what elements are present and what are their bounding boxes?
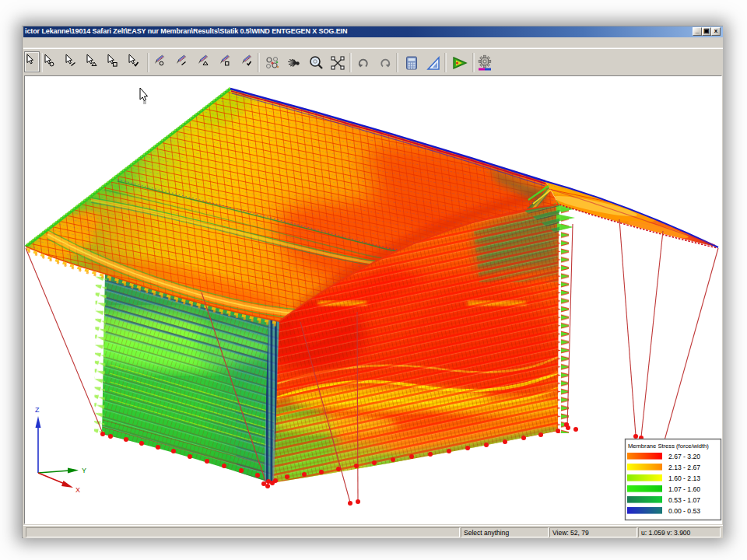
svg-text:Y: Y [82,467,86,474]
svg-text:0.53 - 1.07: 0.53 - 1.07 [668,496,700,504]
svg-text:2.67 - 3.20: 2.67 - 3.20 [668,453,700,460]
svg-text:Z: Z [35,406,40,414]
svg-text:X: X [75,486,80,494]
svg-text:0.00 - 0.53: 0.00 - 0.53 [668,507,700,515]
svg-text:1.60 - 2.13: 1.60 - 2.13 [668,474,700,482]
svg-text:1.07 - 1.60: 1.07 - 1.60 [668,485,700,493]
svg-text:Membrane Stress (force/width): Membrane Stress (force/width) [628,443,709,450]
svg-text:2.13 - 2.67: 2.13 - 2.67 [668,464,700,471]
